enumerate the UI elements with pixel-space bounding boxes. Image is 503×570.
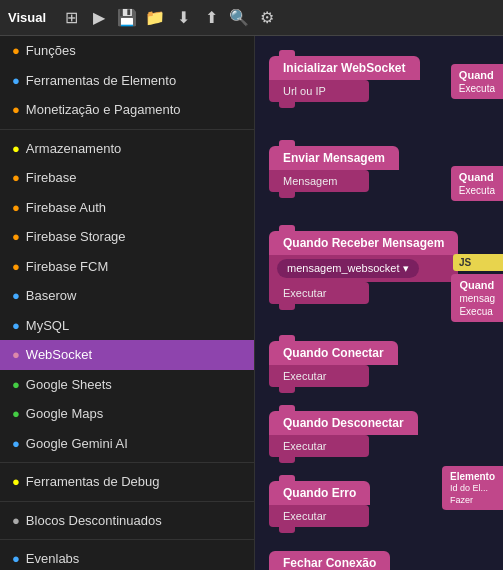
partial-sub-fazer: Fazer bbox=[450, 495, 495, 507]
sidebar-item-ferramentas-debug[interactable]: ●Ferramentas de Debug bbox=[0, 467, 254, 497]
canvas[interactable]: .blk { position: absolute; display: flex… bbox=[255, 36, 503, 570]
partial-label-elemento: Elemento bbox=[450, 470, 495, 483]
sidebar-item-funcoes[interactable]: ●Funções bbox=[0, 36, 254, 66]
partial-label-3: Quand bbox=[459, 278, 495, 292]
sidebar-item-mysql[interactable]: ●MySQL bbox=[0, 311, 254, 341]
partial-sub-1: Executa bbox=[459, 82, 495, 95]
divider-2 bbox=[0, 462, 254, 463]
block-body-url: Url ou IP bbox=[269, 80, 369, 102]
js-badge: JS bbox=[453, 254, 503, 271]
toolbar: Visual ⊞ ▶ 💾 📁 ⬇ ⬆ 🔍 ⚙ bbox=[0, 0, 503, 36]
sidebar-item-google-maps[interactable]: ●Google Maps bbox=[0, 399, 254, 429]
sidebar-item-google-sheets[interactable]: ●Google Sheets bbox=[0, 370, 254, 400]
block-cap-enviar: Enviar Mensagem bbox=[269, 146, 399, 170]
sidebar-item-armazenamento[interactable]: ●Armazenamento bbox=[0, 134, 254, 164]
partial-block-right-2: Quand Executa bbox=[451, 166, 503, 201]
partial-sub-id: Id do El... bbox=[450, 483, 495, 495]
block-cap-inicializar: Inicializar WebSocket bbox=[269, 56, 420, 80]
sidebar-item-monetizacao[interactable]: ●Monetização e Pagamento bbox=[0, 95, 254, 125]
sidebar-item-ferramentas-elemento[interactable]: ●Ferramentas de Elemento bbox=[0, 66, 254, 96]
partial-sub-2: Executa bbox=[459, 184, 495, 197]
sidebar-item-google-gemini[interactable]: ●Google Gemini AI bbox=[0, 429, 254, 459]
sidebar-item-blocos-descontinuados[interactable]: ●Blocos Descontinuados bbox=[0, 506, 254, 536]
main-area: ●Funções ●Ferramentas de Elemento ●Monet… bbox=[0, 36, 503, 570]
sidebar-item-baserow[interactable]: ●Baserow bbox=[0, 281, 254, 311]
sidebar-item-firebase-storage[interactable]: ●Firebase Storage bbox=[0, 222, 254, 252]
sidebar-item-firebase-auth[interactable]: ●Firebase Auth bbox=[0, 193, 254, 223]
sidebar-item-firebase[interactable]: ●Firebase bbox=[0, 163, 254, 193]
sidebar-item-evenlabs[interactable]: ●Evenlabs bbox=[0, 544, 254, 570]
block-quando-receber[interactable]: Quando Receber Mensagem mensagem_websock… bbox=[269, 231, 458, 304]
sidebar-item-websocket[interactable]: ●WebSocket bbox=[0, 340, 254, 370]
block-body-executar-4: Executar bbox=[269, 505, 369, 527]
block-quando-conectar[interactable]: Quando Conectar Executar bbox=[269, 341, 398, 387]
divider-1 bbox=[0, 129, 254, 130]
play-icon[interactable]: ▶ bbox=[88, 8, 110, 27]
save-icon[interactable]: 💾 bbox=[116, 8, 138, 27]
block-body-mensagem: Mensagem bbox=[269, 170, 369, 192]
sidebar-item-firebase-fcm[interactable]: ●Firebase FCM bbox=[0, 252, 254, 282]
sidebar: ●Funções ●Ferramentas de Elemento ●Monet… bbox=[0, 36, 255, 570]
partial-block-right-1: Quand Executa bbox=[451, 64, 503, 99]
block-pill-mensagem: mensagem_websocket ▾ bbox=[277, 259, 419, 278]
download-icon[interactable]: ⬇ bbox=[172, 8, 194, 27]
search-icon[interactable]: 🔍 bbox=[228, 8, 250, 27]
folder-icon[interactable]: 📁 bbox=[144, 8, 166, 27]
partial-label-1: Quand bbox=[459, 68, 495, 82]
block-cap-receber: Quando Receber Mensagem bbox=[269, 231, 458, 255]
settings-icon[interactable]: ⚙ bbox=[256, 8, 278, 27]
block-inicializar-websocket[interactable]: Inicializar WebSocket Url ou IP bbox=[269, 56, 420, 102]
divider-4 bbox=[0, 539, 254, 540]
partial-sub-3b: Execua bbox=[459, 305, 495, 318]
partial-block-right-element: Elemento Id do El... Fazer bbox=[442, 466, 503, 510]
block-cap-desconectar: Quando Desconectar bbox=[269, 411, 418, 435]
block-body-executar-3: Executar bbox=[269, 435, 369, 457]
block-single-fechar: Fechar Conexão bbox=[269, 551, 390, 570]
block-cap-conectar: Quando Conectar bbox=[269, 341, 398, 365]
block-pill-row: mensagem_websocket ▾ bbox=[269, 255, 458, 282]
block-enviar-mensagem[interactable]: Enviar Mensagem Mensagem bbox=[269, 146, 399, 192]
block-quando-erro[interactable]: Quando Erro Executar bbox=[269, 481, 370, 527]
divider-3 bbox=[0, 501, 254, 502]
partial-label-2: Quand bbox=[459, 170, 495, 184]
grid-icon[interactable]: ⊞ bbox=[60, 8, 82, 27]
block-body-executar-1: Executar bbox=[269, 282, 369, 304]
upload-icon[interactable]: ⬆ bbox=[200, 8, 222, 27]
block-body-executar-2: Executar bbox=[269, 365, 369, 387]
partial-sub-3: mensag bbox=[459, 292, 495, 305]
block-cap-erro: Quando Erro bbox=[269, 481, 370, 505]
partial-block-right-3: Quand mensag Execua bbox=[451, 274, 503, 322]
block-quando-desconectar[interactable]: Quando Desconectar Executar bbox=[269, 411, 418, 457]
block-fechar-conexao[interactable]: Fechar Conexão bbox=[269, 551, 390, 570]
toolbar-title: Visual bbox=[8, 10, 46, 25]
